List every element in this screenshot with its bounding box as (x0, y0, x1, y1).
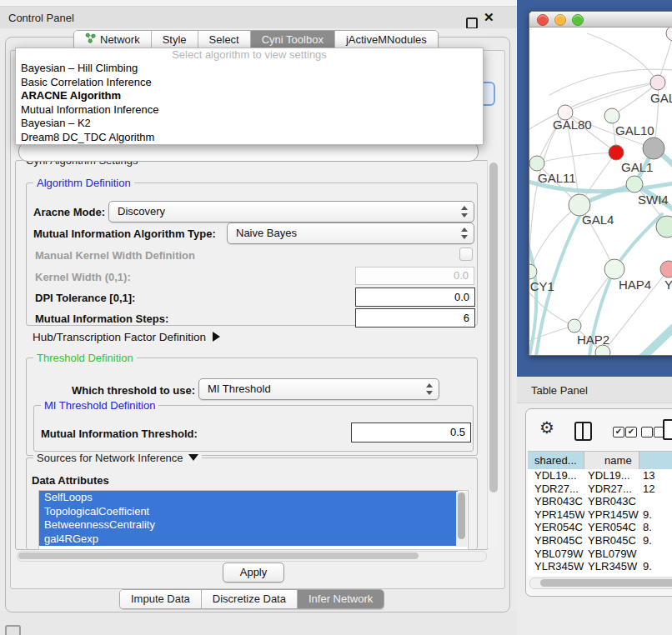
settings-vertical-scrollbar[interactable] (487, 161, 499, 548)
network-edge[interactable] (529, 205, 579, 272)
tab-infer-network[interactable]: Infer Network (298, 590, 384, 608)
network-canvas[interactable]: GALGAL80GAL10GAL1GAL11SWI4GAL4GCY1HAP4YH… (529, 28, 672, 355)
checked-checkbox-icon[interactable]: ✔ (613, 427, 624, 438)
network-edge-strong[interactable] (614, 214, 662, 269)
table-row[interactable]: YDR27...YDR27...12 (528, 482, 672, 496)
tab-network[interactable]: Network (74, 31, 152, 49)
table-row[interactable]: YBL079WYBL079W (528, 548, 672, 561)
table-row[interactable]: YPR145WYPR145W9. (528, 508, 672, 522)
attributes-scrollbar-thumb[interactable] (458, 492, 465, 539)
tab-label: Impute Data (131, 590, 190, 608)
column-header-extra[interactable] (639, 452, 672, 470)
network-node[interactable] (643, 138, 664, 159)
network-node-gal10[interactable] (604, 108, 619, 123)
sources-legend[interactable]: Sources for Network Inference (33, 452, 202, 464)
settings-vertical-scrollbar-thumb[interactable] (489, 162, 498, 492)
which-threshold-label: Which threshold to use: (72, 384, 195, 397)
algorithm-option[interactable]: Bayesian – Hill Climbing (16, 62, 483, 76)
mi-threshold-label: Mutual Information Threshold: (41, 428, 198, 440)
tab-impute-data[interactable]: Impute Data (120, 590, 202, 608)
algorithm-option[interactable]: Bayesian – K2 (16, 117, 483, 131)
close-traffic-light-icon[interactable] (537, 14, 549, 26)
network-edge-strong[interactable] (631, 328, 672, 355)
table-panel-header: Table Panel (517, 377, 672, 403)
gear-icon[interactable]: ⚙ (539, 419, 554, 436)
table-horizontal-scrollbar-thumb[interactable] (540, 579, 672, 587)
network-node-gal[interactable] (650, 75, 665, 90)
hub-definition-toggle[interactable]: Hub/Transcription Factor Definition (33, 331, 220, 343)
network-edge[interactable] (537, 152, 616, 163)
columns-icon[interactable] (574, 422, 592, 441)
sources-group: Sources for Network Inference Data Attri… (26, 458, 478, 549)
mi-steps-field[interactable]: 6 (355, 308, 475, 328)
network-node-hap2[interactable] (568, 319, 581, 332)
tab-cyni-toolbox[interactable]: Cyni Toolbox (251, 31, 335, 49)
close-icon[interactable]: ✕ (484, 10, 494, 25)
node-label: GAL4 (582, 212, 614, 227)
settings-horizontal-scrollbar[interactable] (17, 551, 487, 562)
table-cell: YIL052C (528, 573, 584, 576)
network-edge[interactable] (529, 112, 565, 272)
which-threshold-select[interactable]: MI Threshold (198, 378, 439, 400)
table-row[interactable]: YLR345WYLR345W9. (528, 560, 672, 573)
tab-select[interactable]: Select (198, 31, 251, 49)
expand-right-icon[interactable] (213, 332, 220, 342)
network-node-swi4[interactable] (626, 176, 643, 192)
zoom-traffic-light-icon[interactable] (572, 14, 584, 26)
which-threshold-value: MI Threshold (208, 379, 271, 398)
network-node-hap4[interactable] (604, 259, 624, 279)
tab-label: Infer Network (308, 590, 373, 608)
combo-arrows-icon (426, 383, 433, 395)
float-window-icon[interactable] (466, 18, 478, 29)
node-label: GAL1 (621, 160, 653, 174)
network-node-gal1[interactable] (609, 145, 624, 160)
collapsed-panel-icon[interactable] (5, 625, 21, 635)
network-node[interactable] (666, 28, 672, 41)
network-edge[interactable] (529, 326, 574, 346)
tab-jactivemnodules[interactable]: jActiveMNodules (335, 31, 438, 49)
settings-horizontal-scrollbar-thumb[interactable] (18, 552, 419, 559)
algorithm-option[interactable]: Basic Correlation Inference (16, 76, 483, 90)
kernel-width-field[interactable]: 0.0 (355, 267, 474, 285)
table-row[interactable]: YBR043CYBR043C (528, 495, 672, 508)
column-header-name[interactable]: name (584, 452, 639, 470)
apply-button[interactable]: Apply (223, 562, 284, 582)
attribute-list-item[interactable]: gal4RGexp (39, 532, 458, 547)
table-row[interactable]: YER054CYER054C8. (528, 521, 672, 534)
table-horizontal-scrollbar[interactable] (529, 578, 672, 589)
network-node-y[interactable] (660, 261, 672, 278)
column-header-shared...[interactable]: shared... (528, 452, 584, 470)
table-cell: 12 (639, 482, 672, 496)
minimize-traffic-light-icon[interactable] (554, 14, 566, 26)
table-row[interactable]: YBR045CYBR045C9. (528, 534, 672, 548)
algorithm-option[interactable]: ARACNE Algorithm (16, 89, 483, 103)
attribute-list-item[interactable]: SelfLoops (39, 491, 458, 505)
tab-style[interactable]: Style (152, 31, 198, 49)
tab-discretize-data[interactable]: Discretize Data (202, 590, 298, 608)
table-cell: 9 (639, 573, 672, 576)
attributes-scrollbar[interactable] (456, 492, 467, 547)
table-row[interactable]: YDL19...YDL19...13 (528, 469, 672, 482)
algorithm-option[interactable]: Mutual Information Inference (16, 103, 483, 118)
checked-checkbox-icon[interactable]: ✔ (625, 427, 637, 438)
table-cell: YDL19... (528, 469, 584, 482)
collapse-down-icon[interactable] (188, 454, 198, 461)
mi-threshold-field[interactable]: 0.5 (351, 422, 471, 442)
node-label: GAL10 (615, 123, 654, 138)
aracne-mode-select[interactable]: Discovery (108, 201, 474, 222)
threshold-definition-group: Threshold Definition Which threshold to … (26, 358, 478, 456)
network-edge[interactable] (587, 33, 658, 82)
manual-kernel-checkbox[interactable] (459, 248, 473, 261)
network-window-titlebar[interactable] (529, 12, 672, 28)
algorithm-option[interactable]: Dream8 DC_TDC Algorithm (16, 131, 483, 145)
unchecked-checkbox-icon[interactable] (641, 427, 653, 438)
kernel-width-label: Kernel Width (0,1): (35, 271, 131, 283)
table-row[interactable]: YIL052CYIL052C9 (528, 573, 672, 576)
attribute-list-item[interactable]: TopologicalCoefficient (39, 505, 458, 519)
document-icon[interactable] (663, 419, 672, 440)
dpi-tolerance-field[interactable]: 0.0 (355, 288, 475, 307)
network-node-gal11[interactable] (529, 156, 544, 171)
attribute-list-item[interactable]: BetweennessCentrality (39, 518, 458, 532)
mi-type-select[interactable]: Naive Bayes (227, 222, 474, 244)
node-label: HAP4 (619, 278, 651, 292)
